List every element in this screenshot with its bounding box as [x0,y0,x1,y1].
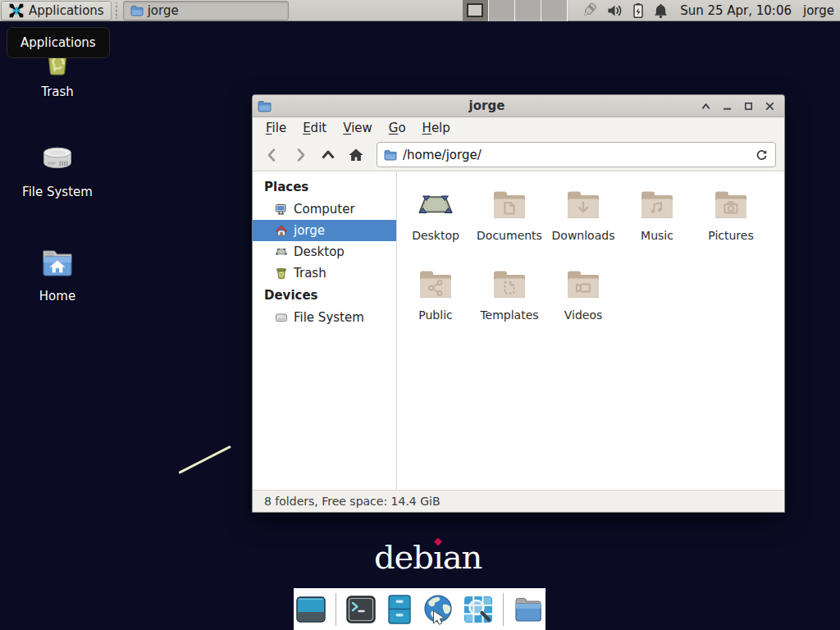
window-title: jorge [276,98,697,113]
bell-tray-icon[interactable] [653,2,669,19]
toolbar [253,139,784,171]
chevron-right-icon [291,146,309,164]
workspace-3[interactable] [515,0,541,21]
pictures-folder-icon [711,185,751,225]
workspace-window-thumb [467,3,483,17]
folder-desktop[interactable]: Desktop [399,185,472,265]
sidebar-header-devices: Devices [253,284,396,307]
sidebar-item-trash[interactable]: Trash [253,262,396,284]
user-home-icon [275,224,288,237]
application-finder-icon[interactable] [462,593,495,626]
downloads-folder-icon [564,185,603,225]
sidebar: Places Computer jorge Deskt [253,171,397,490]
show-desktop-icon[interactable] [294,593,327,626]
computer-icon [275,203,288,216]
taskbar-window-label: jorge [148,3,179,18]
applications-menu-button[interactable]: Applications [1,1,112,21]
close-button[interactable] [761,98,778,113]
desktop-folder-icon [416,185,455,225]
home-button[interactable] [343,143,368,167]
up-button[interactable] [315,143,340,167]
folder-label: Templates [480,308,538,322]
drive-small-icon [275,311,288,324]
terminal-icon[interactable] [345,593,377,626]
status-text: 8 folders, Free space: 14.4 GiB [264,495,441,508]
file-manager-icon[interactable] [383,593,416,626]
desktop-icon-label: Trash [8,84,107,99]
public-folder-icon [416,265,455,304]
home-icon [347,146,365,164]
sidebar-item-label: File System [294,310,364,325]
sidebar-item-computer[interactable]: Computer [253,199,396,220]
desktop-icon-home[interactable]: Home [8,244,107,304]
directory-menu-icon[interactable] [512,593,545,626]
folder-music[interactable]: Music [620,185,694,265]
applications-menu-icon [8,2,25,19]
menu-file[interactable]: File [258,118,294,138]
folder-documents[interactable]: Documents [472,185,546,265]
templates-folder-icon [490,265,529,304]
folder-label: Pictures [708,229,753,242]
bottom-dock [294,588,546,630]
stylus-tray-icon[interactable] [579,2,599,20]
web-browser-icon[interactable] [422,593,456,626]
desktop-icon-label: File System [8,185,107,199]
sidebar-item-filesystem[interactable]: File System [253,307,396,328]
minimize-button[interactable] [719,98,735,113]
sidebar-item-jorge[interactable]: jorge [253,220,396,241]
sidebar-item-label: Trash [294,266,326,281]
sidebar-item-label: jorge [294,223,325,238]
folder-label: Music [641,229,673,242]
folder-templates[interactable]: Templates [472,265,546,345]
maximize-button[interactable] [740,98,756,113]
folder-label: Public [418,308,452,322]
debian-logo-text: an [443,538,482,576]
dock-separator [503,593,504,626]
harddrive-icon [38,139,77,179]
sidebar-item-label: Desktop [294,244,345,259]
chevron-left-icon [263,146,281,164]
sidebar-item-desktop[interactable]: Desktop [253,241,396,262]
workspace-2[interactable] [489,0,515,21]
folder-pictures[interactable]: Pictures [694,185,768,265]
path-bar[interactable] [377,142,776,167]
music-folder-icon [637,185,677,225]
desktop-artifact-line [178,445,231,474]
menubar: File Edit View Go Help [253,117,784,139]
path-input[interactable] [403,148,755,162]
menu-help[interactable]: Help [414,118,459,138]
path-folder-icon [384,148,397,162]
workspace-1[interactable] [463,0,489,21]
folder-videos[interactable]: Videos [546,265,620,345]
documents-folder-icon [490,185,529,225]
window-folder-icon [130,4,144,17]
volume-tray-icon[interactable] [606,2,623,19]
shade-button[interactable] [697,98,714,113]
menu-edit[interactable]: Edit [294,118,335,138]
panel-clock[interactable]: Sun 25 Apr, 10:06 [680,3,792,18]
folder-label: Downloads [552,229,615,242]
applications-tooltip: Applications [7,27,110,58]
applications-menu-label: Applications [29,3,104,18]
titlebar[interactable]: jorge [253,95,784,117]
taskbar-window-button[interactable]: jorge [123,1,289,21]
reload-icon[interactable] [755,148,769,162]
workspace-4[interactable] [541,0,568,21]
desktop-icon [275,245,288,258]
menu-view[interactable]: View [335,118,381,138]
battery-tray-icon[interactable] [631,2,646,19]
debian-logo-text: deb [374,538,433,576]
folder-public[interactable]: Public [399,265,472,345]
menu-go[interactable]: Go [381,118,414,138]
folder-label: Documents [477,229,542,242]
forward-button[interactable] [287,143,313,167]
back-button[interactable] [259,143,285,167]
sidebar-item-label: Computer [294,202,355,217]
top-panel: Applications jorge [0,0,840,21]
folder-downloads[interactable]: Downloads [546,185,620,265]
desktop-icon-filesystem[interactable]: File System [8,139,107,199]
panel-separator-handle[interactable] [113,2,121,19]
panel-username[interactable]: jorge [803,3,834,18]
statusbar: 8 folders, Free space: 14.4 GiB [253,490,784,512]
titlebar-folder-icon [258,99,272,113]
